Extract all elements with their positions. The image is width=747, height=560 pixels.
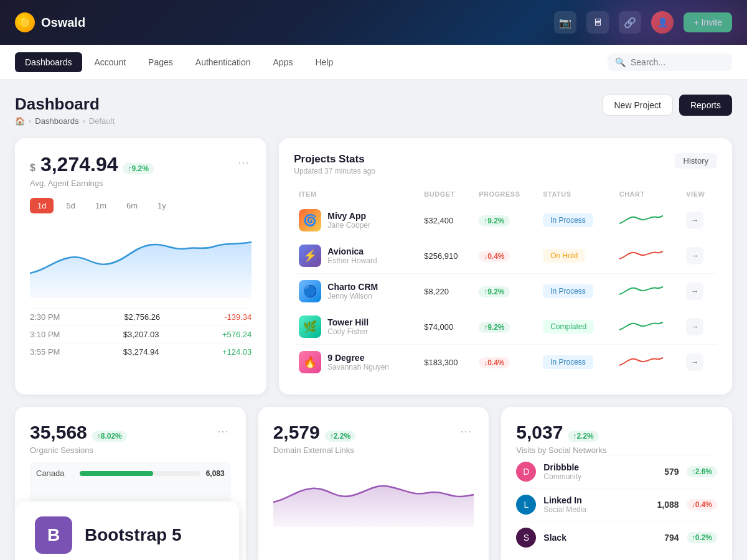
social-platform-icon: S — [516, 528, 536, 548]
nav-pages[interactable]: Pages — [138, 52, 183, 72]
period-tabs: 1d 5d 1m 6m 1y — [30, 198, 251, 213]
social-item: D Dribbble Community 579 ↑2.6% — [516, 455, 717, 488]
sessions-card: 35,568 ↑8.02% Organic Sessions ⋯ Canada … — [15, 407, 246, 560]
project-chart — [619, 317, 677, 336]
topbar: 🟡 Oswald 📷 🖥 🔗 👤 + Invite — [0, 0, 747, 45]
social-change: ↓0.4% — [687, 499, 717, 510]
project-view-button[interactable]: → — [686, 282, 703, 300]
header-actions: New Project Reports — [603, 95, 733, 116]
data-row-2: 3:10 PM $3,207.03 +576.24 — [30, 325, 251, 343]
social-platform-type: Social Media — [543, 505, 586, 514]
sessions-info: 35,568 ↑8.02% Organic Sessions — [30, 422, 127, 455]
period-5d[interactable]: 5d — [59, 198, 82, 213]
app-name: Oswald — [41, 16, 85, 30]
earnings-subtitle: Avg. Agent Earnings — [30, 179, 154, 188]
search-box[interactable]: 🔍 — [608, 54, 732, 71]
nav-account[interactable]: Account — [85, 52, 136, 72]
project-status: On Hold — [543, 249, 585, 263]
project-item: 🌀 Mivy App Jane Cooper — [299, 209, 414, 231]
bottom-row: 35,568 ↑8.02% Organic Sessions ⋯ Canada … — [15, 407, 732, 560]
social-platform-type: Community — [543, 472, 581, 481]
breadcrumb: 🏠 › Dashboards › Default — [15, 116, 115, 126]
project-name: Tower Hill — [327, 317, 369, 327]
social-info: 5,037 ↑2.2% Visits by Social Networks — [516, 422, 606, 455]
period-1d[interactable]: 1d — [30, 198, 54, 213]
page-header: Dashboard 🏠 › Dashboards › Default New P… — [15, 95, 732, 126]
page-title: Dashboard — [15, 95, 115, 114]
bootstrap-logo: B — [35, 516, 72, 554]
nav-dashboards[interactable]: Dashboards — [15, 52, 82, 72]
project-thumb: ⚡ — [299, 245, 321, 267]
search-input[interactable] — [631, 57, 725, 67]
projects-title-section: Projects Stats Updated 37 minutes ago — [294, 153, 375, 175]
project-view-button[interactable]: → — [686, 212, 703, 229]
project-budget: $256,910 — [424, 251, 458, 261]
breadcrumb-sep1: › — [29, 116, 31, 126]
new-project-button[interactable]: New Project — [603, 95, 673, 116]
map-row-canada: Canada 6,083 — [36, 469, 225, 478]
project-budget: $8,220 — [424, 287, 449, 296]
bottom-section: 35,568 ↑8.02% Organic Sessions ⋯ Canada … — [15, 407, 732, 560]
camera-icon[interactable]: 📷 — [554, 11, 576, 34]
earnings-chart — [30, 223, 251, 298]
nav-authentication[interactable]: Authentication — [186, 52, 261, 72]
nav-apps[interactable]: Apps — [263, 52, 303, 72]
reports-button[interactable]: Reports — [679, 95, 732, 116]
links-info: 2,579 ↑2.2% Domain External Links — [273, 422, 355, 455]
breadcrumb-sep2: › — [82, 116, 85, 126]
links-label: Domain External Links — [273, 446, 355, 455]
social-label: Visits by Social Networks — [516, 446, 606, 455]
period-6m[interactable]: 6m — [119, 198, 145, 213]
project-progress: ↑9.2% — [479, 215, 509, 226]
project-owner: Jane Cooper — [327, 221, 370, 230]
col-item: ITEM — [294, 185, 419, 203]
table-row: 🌀 Mivy App Jane Cooper $32,400 ↑9.2% In … — [294, 203, 717, 238]
project-view-button[interactable]: → — [686, 247, 703, 264]
social-platform-icon: D — [516, 462, 536, 482]
social-item: S Slack 794 ↑0.2% — [516, 521, 717, 554]
project-chart — [619, 353, 677, 371]
project-status: In Process — [543, 284, 593, 298]
project-view-button[interactable]: → — [686, 318, 703, 335]
social-change: ↑2.6% — [687, 466, 717, 477]
avatar[interactable]: 👤 — [651, 11, 674, 34]
history-button[interactable]: History — [675, 153, 717, 169]
period-1m[interactable]: 1m — [88, 198, 114, 213]
project-name: 9 Degree — [327, 353, 389, 363]
earnings-more-button[interactable]: ⋯ — [235, 153, 251, 172]
logo: 🟡 Oswald — [15, 12, 85, 32]
data-row-1: 2:30 PM $2,756.26 -139.34 — [30, 308, 251, 325]
period-1y[interactable]: 1y — [150, 198, 174, 213]
share-icon[interactable]: 🔗 — [619, 11, 641, 34]
project-thumb: 🔥 — [299, 351, 321, 373]
social-platform-name: Dribbble — [543, 462, 581, 472]
projects-subtitle: Updated 37 minutes ago — [294, 167, 375, 175]
projects-table: ITEM BUDGET PROGRESS STATUS CHART VIEW 🌀… — [294, 185, 717, 380]
links-more-button[interactable]: ⋯ — [458, 422, 474, 441]
links-number: 2,579 ↑2.2% — [273, 422, 355, 443]
breadcrumb-dashboards[interactable]: Dashboards — [35, 116, 78, 126]
sessions-more-button[interactable]: ⋯ — [215, 422, 231, 441]
project-view-button[interactable]: → — [686, 353, 703, 371]
project-budget: $183,300 — [424, 358, 458, 367]
projects-card: Projects Stats Updated 37 minutes ago Hi… — [279, 138, 732, 394]
project-owner: Esther Howard — [327, 256, 377, 265]
sessions-badge: ↑8.02% — [92, 431, 127, 442]
canada-bar-fill — [80, 471, 153, 476]
monitor-icon[interactable]: 🖥 — [586, 11, 609, 34]
sessions-number: 35,568 ↑8.02% — [30, 422, 127, 443]
invite-button[interactable]: + Invite — [684, 12, 732, 32]
project-progress: ↑9.2% — [479, 286, 509, 297]
table-row: 🌿 Tower Hill Cody Fisher $74,000 ↑9.2% C… — [294, 309, 717, 345]
bootstrap-overlay: B Bootstrap 5 — [15, 502, 239, 560]
search-icon: 🔍 — [615, 57, 626, 67]
links-badge: ↑2.2% — [325, 431, 355, 442]
project-status: Complated — [543, 320, 594, 334]
earnings-badge: ↑9.2% — [123, 163, 153, 174]
project-thumb: 🔵 — [299, 280, 321, 302]
project-budget: $74,000 — [424, 322, 453, 332]
project-name: Charto CRM — [327, 282, 378, 292]
project-thumb: 🌿 — [299, 315, 321, 338]
nav-help[interactable]: Help — [305, 52, 343, 72]
project-item: 🔥 9 Degree Savannah Nguyen — [299, 351, 414, 373]
